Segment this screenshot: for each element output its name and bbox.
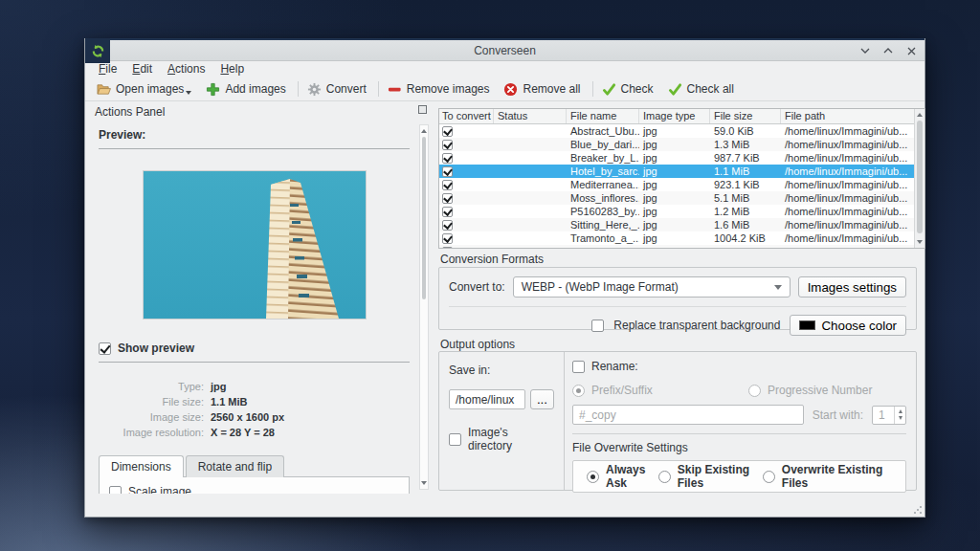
spin-up-icon[interactable]: [899, 409, 902, 413]
preview-image: [143, 170, 367, 320]
row-checkbox[interactable]: [442, 247, 453, 249]
table-cell: jpg: [639, 138, 710, 151]
minimize-button[interactable]: [858, 43, 873, 58]
to-convert-cell: [439, 153, 494, 164]
format-dropdown[interactable]: WEBP - (WebP Image Format): [513, 276, 791, 298]
maximize-button[interactable]: [880, 43, 896, 58]
to-convert-cell: [439, 140, 494, 150]
scale-image-checkbox[interactable]: [109, 486, 122, 495]
col-file-name[interactable]: File name: [567, 109, 639, 123]
table-row[interactable]: Tramonto_a_...jpg1004.2 KiB/home/linux/I…: [439, 231, 914, 245]
table-row[interactable]: Blue_by_dari...jpg1.3 MiB/home/linux/Imm…: [439, 138, 914, 151]
images-directory-checkbox[interactable]: [449, 433, 461, 446]
table-row[interactable]: Abstract_Ubu...jpg59.0 KiB/home/linux/Im…: [439, 124, 914, 138]
spin-down-icon[interactable]: [899, 416, 902, 420]
images-settings-button[interactable]: Images settings: [798, 276, 906, 298]
scroll-up-icon[interactable]: [420, 126, 428, 136]
table-scrollbar[interactable]: [914, 109, 924, 248]
table-cell: jpg: [639, 124, 710, 138]
col-image-type[interactable]: Image type: [639, 109, 710, 123]
rename-checkbox[interactable]: [572, 361, 585, 373]
always-ask-label: Always Ask: [606, 463, 658, 490]
scroll-up-icon[interactable]: [915, 110, 924, 120]
toolbar-separator: [592, 81, 593, 97]
close-button[interactable]: [903, 43, 919, 58]
convert-button[interactable]: Convert: [301, 80, 375, 99]
col-status[interactable]: Status: [494, 109, 567, 123]
rename-pattern-input[interactable]: #_copy: [572, 405, 804, 425]
tab-dimensions[interactable]: Dimensions: [99, 455, 184, 477]
resize-grip[interactable]: [913, 505, 923, 515]
start-with-spinner[interactable]: 1: [872, 406, 906, 425]
open-images-icon: [97, 82, 111, 97]
overwrite-existing-radio[interactable]: [763, 471, 775, 483]
row-checkbox[interactable]: [442, 153, 453, 164]
table-header[interactable]: To convert Status File name Image type F…: [439, 109, 924, 124]
toolbar: Open images Add images: [85, 77, 924, 101]
table-row[interactable]: Breaker_by_L...jpg987.7 KiB/home/linux/I…: [439, 151, 914, 165]
skip-existing-radio[interactable]: [658, 471, 671, 483]
panel-float-button[interactable]: [418, 105, 427, 114]
table-row[interactable]: Sitting_Here,_...jpg1.6 MiB/home/linux/I…: [439, 218, 914, 231]
menu-file[interactable]: File: [91, 61, 124, 77]
row-checkbox[interactable]: [442, 193, 453, 204]
choose-color-button[interactable]: Choose color: [790, 315, 906, 336]
show-preview-checkbox[interactable]: [99, 342, 111, 355]
remove-images-button[interactable]: Remove images: [382, 80, 499, 99]
table-cell: /home/linux/Immagini/ub...: [781, 218, 914, 231]
col-file-path[interactable]: File path: [781, 109, 924, 123]
save-in-label: Save in:: [449, 364, 554, 377]
col-file-size[interactable]: File size: [710, 109, 781, 123]
table-row[interactable]: P5160283_by...jpg1.2 MiB/home/linux/Imma…: [439, 205, 914, 218]
format-value: WEBP - (WebP Image Format): [522, 280, 679, 294]
row-checkbox[interactable]: [442, 140, 453, 150]
table-cell: jpg: [639, 151, 710, 165]
table-row[interactable]: Moss_inflores...jpg5.1 MiB/home/linux/Im…: [439, 191, 914, 205]
table-row[interactable]: Hotel_by_sarc...jpg1.1 MiB/home/linux/Im…: [439, 165, 914, 178]
prefix-suffix-radio[interactable]: [572, 385, 585, 397]
scrollbar-thumb[interactable]: [917, 121, 923, 233]
row-checkbox[interactable]: [442, 207, 453, 217]
table-cell: jpg: [639, 165, 710, 178]
col-to-convert[interactable]: To convert: [439, 109, 494, 123]
progressive-number-label: Progressive Number: [768, 384, 872, 397]
skip-existing-label: Skip Existing Files: [678, 463, 763, 490]
dimensions-tab-page: Scale image: [99, 476, 410, 494]
menu-help[interactable]: Help: [212, 61, 252, 77]
progressive-number-radio[interactable]: [748, 385, 761, 397]
replace-background-checkbox[interactable]: [591, 320, 604, 332]
table-row[interactable]: Mediterranea...jpg923.1 KiB/home/linux/I…: [439, 178, 914, 191]
rename-label: Rename:: [591, 360, 638, 373]
table-cell: P5160283_by...: [567, 205, 639, 218]
scroll-down-icon[interactable]: [420, 478, 428, 488]
check-button[interactable]: Check: [596, 80, 662, 99]
row-checkbox[interactable]: [442, 126, 453, 137]
check-all-button[interactable]: Check all: [662, 80, 743, 99]
row-checkbox[interactable]: [442, 220, 453, 231]
browse-button[interactable]: ...: [530, 389, 554, 409]
scrollbar-thumb[interactable]: [422, 137, 426, 299]
to-convert-cell: [439, 180, 494, 190]
save-in-input[interactable]: /home/linux: [449, 389, 525, 409]
always-ask-radio[interactable]: [587, 471, 599, 483]
tab-rotate-and-flip[interactable]: Rotate and flip: [186, 455, 284, 477]
convert-to-label: Convert to:: [449, 280, 505, 294]
images-directory-label: Image's directory: [468, 426, 554, 452]
open-images-button[interactable]: Open images: [91, 80, 200, 99]
menu-edit[interactable]: Edit: [124, 61, 160, 77]
detail-value: 2560 x 1600 px: [211, 409, 284, 425]
row-checkbox[interactable]: [442, 166, 453, 177]
add-images-button[interactable]: Add images: [200, 80, 294, 99]
scroll-down-icon[interactable]: [915, 237, 924, 247]
row-checkbox[interactable]: [442, 180, 453, 190]
panel-scrollbar[interactable]: [419, 124, 429, 490]
table-cell: /home/linux/Immagini/ub...: [781, 191, 914, 205]
titlebar[interactable]: Converseen: [85, 38, 924, 61]
overwrite-settings-title: File Overwrite Settings: [572, 441, 906, 454]
row-checkbox[interactable]: [442, 233, 453, 244]
table-row[interactable]: Tranquil_by_...jpg890.4 KiB/home/linux/I…: [439, 245, 914, 248]
table-cell: 1.2 MiB: [710, 205, 781, 218]
menu-actions[interactable]: Actions: [160, 61, 212, 77]
remove-all-button[interactable]: Remove all: [498, 80, 589, 99]
to-convert-cell: [439, 166, 494, 177]
